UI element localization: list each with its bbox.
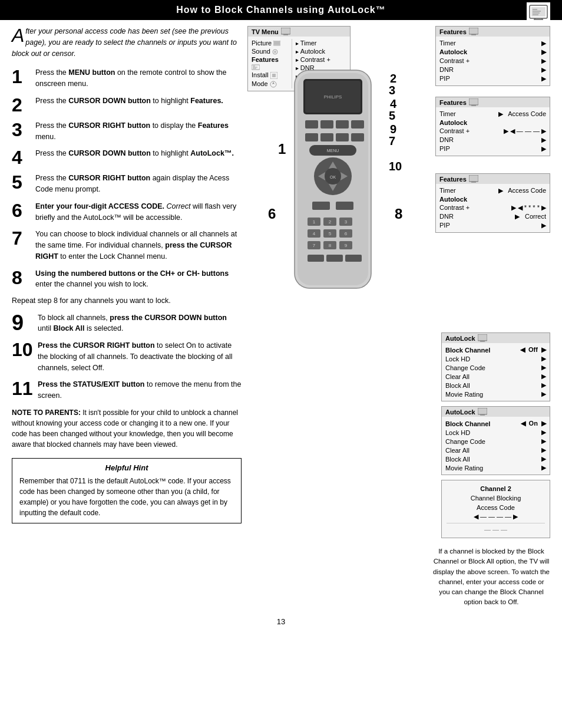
menu-picture: Picture (252, 39, 287, 47)
step-4-content: Press the CURSOR DOWN button to highligh… (35, 148, 242, 159)
step-11: 11 Press the STATUS/EXIT button to remov… (12, 379, 242, 401)
step-7-content: You can choose to block individual chann… (35, 229, 242, 262)
svg-rect-37 (336, 133, 349, 141)
al2-block-all: Block All▶ (445, 454, 546, 463)
features-title-3: Features (436, 174, 550, 184)
step-3-content: Press the CURSOR RIGHT button to display… (35, 120, 242, 143)
svg-rect-59 (308, 255, 324, 262)
svg-rect-1 (531, 7, 546, 17)
features-label-3: Features (439, 176, 467, 183)
al1-movie-rating: Movie Rating▶ (445, 390, 546, 398)
svg-text:1: 1 (313, 219, 316, 225)
svg-rect-24 (470, 28, 478, 34)
svg-rect-81 (478, 409, 487, 414)
features-title-2: Features (436, 97, 550, 107)
step-11-number: 11 (12, 379, 38, 398)
svg-text:PHILIPS: PHILIPS (324, 94, 342, 100)
svg-text:7: 7 (313, 243, 316, 248)
al1-lock-hd: Lock HD▶ (445, 354, 546, 363)
right-column: TV Menu Picture (247, 26, 550, 608)
svg-text:5: 5 (329, 231, 332, 236)
features-label-1: Features (439, 28, 467, 35)
sub-contrast: Contrast + (296, 55, 346, 64)
al2-block-channel: Block Channel ◀ On ▶ (445, 419, 546, 428)
al1-block-channel: Block Channel ◀ Off ▶ (445, 345, 546, 354)
f1-timer: Timer▶ (439, 39, 546, 48)
f2-timer: Timer▶ Access Code (439, 110, 546, 118)
features-label-2: Features (439, 99, 467, 106)
step-6-number: 6 (12, 201, 35, 220)
svg-rect-34 (351, 120, 364, 129)
svg-rect-13 (274, 41, 280, 45)
svg-rect-61 (345, 255, 362, 262)
drop-cap: A (12, 28, 24, 44)
f1-autolock: Autolock▶ (439, 48, 546, 57)
f3-timer: Timer▶ Access Code (439, 186, 546, 195)
al2-lock-hd: Lock HD▶ (445, 428, 546, 437)
svg-rect-31 (305, 120, 318, 129)
al1-change-code: Change Code▶ (445, 363, 546, 372)
tv-menu-title: TV Menu (248, 27, 350, 37)
svg-point-15 (274, 51, 276, 53)
step-10-content: Press the CURSOR RIGHT button to select … (38, 340, 242, 373)
f3-contrast: Contrast +▶ ◀ * * * * ▶ (439, 203, 546, 212)
step-5-number: 5 (12, 173, 35, 192)
step-8-content: Using the numbered buttons or the CH+ or… (35, 268, 242, 291)
svg-rect-35 (305, 133, 318, 141)
remote-control: PHILIPS MENU (277, 67, 395, 293)
autolock-title-1: AutoLock (442, 333, 550, 343)
step-2: 2 Press the CURSOR DOWN button to highli… (12, 95, 242, 114)
channel-arrow-indicator: ◀ — — — — ▶ (447, 513, 545, 521)
page-wrapper: How to Block Channels using AutoLock™ A … (0, 0, 562, 630)
f3-pip: PIP▶ (439, 221, 546, 230)
f2-dnr: DNR▶ (439, 136, 546, 144)
svg-text:3: 3 (345, 219, 348, 225)
svg-text:OK: OK (330, 175, 336, 179)
autolock-title-2: AutoLock (442, 407, 550, 417)
step-1-number: 1 (12, 67, 35, 86)
step-9-content: To block all channels, press the CURSOR … (38, 312, 242, 335)
autolock-box-2: AutoLock Block Channel ◀ On ▶ (441, 406, 550, 475)
page-number: 13 (0, 614, 562, 630)
overlay-1: 1 (278, 141, 286, 157)
svg-rect-38 (351, 133, 364, 141)
hint-text: Remember that 0711 is the default AutoLo… (19, 476, 234, 518)
step-7-number: 7 (12, 229, 35, 248)
overlay-8: 8 (395, 206, 402, 222)
sub-autolock: Autolock (296, 47, 346, 55)
step-7: 7 You can choose to block individual cha… (12, 229, 242, 262)
header-icon (527, 2, 550, 23)
al1-clear-all: Clear All▶ (445, 372, 546, 381)
step-4: 4 Press the CURSOR DOWN button to highli… (12, 148, 242, 167)
svg-text:8: 8 (329, 243, 332, 248)
f2-pip: PIP▶ (439, 144, 546, 153)
svg-rect-75 (470, 176, 478, 181)
channel-blocking-label: Channel Blocking (447, 495, 545, 502)
features-box-2: Features Timer▶ Access Code Autolock (435, 97, 550, 156)
step-10: 10 Press the CURSOR RIGHT button to sele… (12, 340, 242, 373)
intro-text: A fter your personal access code has bee… (12, 26, 242, 59)
svg-rect-36 (320, 133, 333, 141)
overlay-6: 6 (268, 206, 276, 222)
note-to-parents: NOTE TO PARENTS: It isn't possible for y… (12, 407, 242, 450)
intro-body: fter your personal access code has been … (12, 27, 237, 58)
autolock-box-1: AutoLock Block Channel ◀ Off ▶ (441, 332, 550, 401)
menu-sound: Sound (252, 47, 287, 55)
autolock-body-2: Block Channel ◀ On ▶ Lock HD▶ Change Cod… (442, 417, 550, 475)
svg-rect-72 (470, 99, 478, 104)
f2-autolock: Autolock (439, 118, 546, 127)
left-column: A fter your personal access code has bee… (12, 26, 242, 608)
step-8-number: 8 (12, 268, 35, 287)
step-3-number: 3 (12, 120, 35, 139)
f1-contrast: Contrast +▶ (439, 57, 546, 65)
f1-pip: PIP▶ (439, 74, 546, 83)
svg-rect-32 (320, 120, 333, 129)
main-content: A fter your personal access code has bee… (0, 20, 562, 614)
svg-rect-48 (312, 202, 330, 210)
f1-dnr: DNR▶ (439, 65, 546, 74)
helpful-hint-box: Helpful Hint Remember that 0711 is the d… (12, 458, 242, 523)
step-5: 5 Press the CURSOR RIGHT button again di… (12, 173, 242, 195)
step-6-content: Enter your four-digit ACCESS CODE. Corre… (35, 201, 242, 223)
step-3: 3 Press the CURSOR RIGHT button to displ… (12, 120, 242, 143)
overlay-2-4-9: 2 4 9 (390, 72, 396, 136)
